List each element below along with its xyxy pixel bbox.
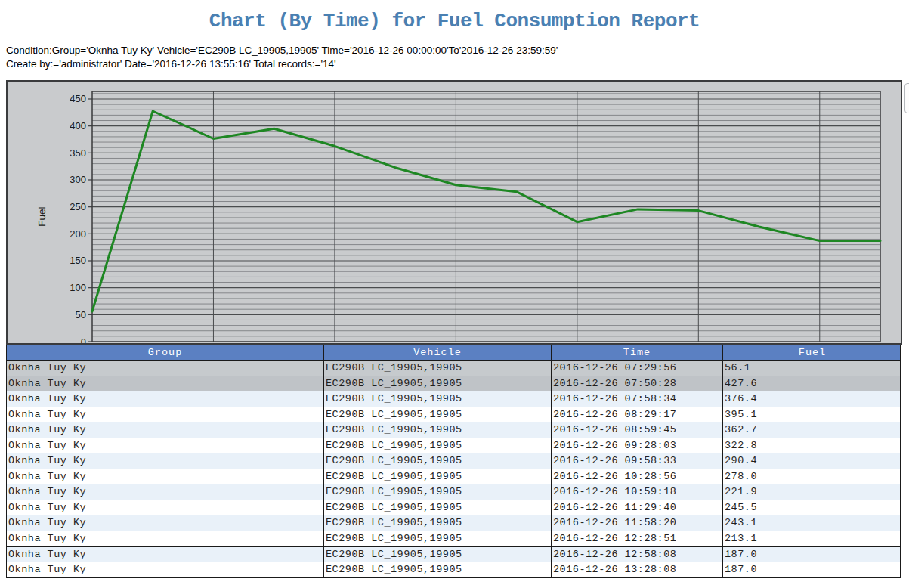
create-by-line: Create by:='administrator' Date='2016-12… — [6, 57, 905, 71]
cell-group: Oknha Tuy Ky — [7, 500, 324, 515]
cell-group: Oknha Tuy Ky — [7, 391, 324, 407]
cell-time: 2016-12-26 12:28:51 — [552, 531, 723, 546]
cell-group: Oknha Tuy Ky — [7, 453, 324, 469]
table-row[interactable]: Oknha Tuy KyEC290B LC_19905,199052016-12… — [7, 562, 900, 578]
y-tick-label: 150 — [70, 255, 86, 266]
table-row[interactable]: Oknha Tuy KyEC290B LC_19905,199052016-12… — [7, 391, 900, 407]
scrollbar-thumb[interactable] — [904, 83, 909, 113]
cell-time: 2016-12-26 10:59:18 — [552, 484, 723, 500]
cell-fuel: 187.0 — [723, 547, 900, 562]
cell-vehicle: EC290B LC_19905,19905 — [324, 500, 552, 515]
y-tick-label: 100 — [70, 282, 86, 293]
cell-vehicle: EC290B LC_19905,19905 — [324, 422, 552, 438]
y-tick-label: 350 — [70, 147, 86, 159]
page-title: Chart (By Time) for Fuel Consumption Rep… — [0, 10, 909, 32]
cell-vehicle: EC290B LC_19905,19905 — [324, 531, 552, 546]
table-row[interactable]: Oknha Tuy KyEC290B LC_19905,199052016-12… — [7, 469, 900, 485]
table-header-row: Group Vehicle Time Fuel — [7, 345, 900, 361]
cell-time: 2016-12-26 11:58:20 — [552, 515, 723, 531]
cell-fuel: 427.6 — [723, 376, 900, 391]
cell-fuel: 290.4 — [723, 453, 900, 469]
table-row[interactable]: Oknha Tuy KyEC290B LC_19905,199052016-12… — [7, 500, 900, 516]
cell-time: 2016-12-26 09:58:33 — [552, 453, 723, 469]
table-row[interactable]: Oknha Tuy KyEC290B LC_19905,199052016-12… — [7, 438, 900, 454]
table-row[interactable]: Oknha Tuy KyEC290B LC_19905,199052016-12… — [7, 484, 900, 500]
cell-vehicle: EC290B LC_19905,19905 — [324, 484, 552, 500]
cell-fuel: 278.0 — [723, 469, 900, 484]
table-row[interactable]: Oknha Tuy KyEC290B LC_19905,199052016-12… — [7, 376, 900, 392]
cell-fuel: 376.4 — [723, 391, 900, 407]
cell-time: 2016-12-26 07:50:28 — [552, 376, 723, 391]
cell-time: 2016-12-26 12:58:08 — [552, 547, 723, 562]
cell-group: Oknha Tuy Ky — [7, 562, 324, 577]
cell-vehicle: EC290B LC_19905,19905 — [324, 453, 552, 469]
condition-line: Condition:Group='Oknha Tuy Ky' Vehicle='… — [6, 44, 905, 57]
cell-group: Oknha Tuy Ky — [7, 547, 324, 562]
cell-group: Oknha Tuy Ky — [7, 361, 324, 376]
cell-vehicle: EC290B LC_19905,19905 — [324, 438, 552, 453]
cell-fuel: 213.1 — [723, 531, 900, 546]
cell-group: Oknha Tuy Ky — [7, 531, 324, 546]
y-axis-title: Fuel — [36, 206, 48, 226]
cell-time: 2016-12-26 07:29:56 — [552, 361, 723, 376]
table-row[interactable]: Oknha Tuy KyEC290B LC_19905,199052016-12… — [7, 422, 900, 438]
cell-fuel: 56.1 — [723, 361, 900, 376]
cell-time: 2016-12-26 11:29:40 — [552, 500, 723, 515]
cell-fuel: 322.8 — [723, 438, 900, 453]
fuel-series-line — [92, 111, 880, 311]
cell-vehicle: EC290B LC_19905,19905 — [324, 469, 552, 484]
y-tick-label: 450 — [70, 93, 86, 104]
table-row[interactable]: Oknha Tuy KyEC290B LC_19905,199052016-12… — [7, 547, 900, 563]
col-header-group[interactable]: Group — [7, 345, 324, 361]
cell-vehicle: EC290B LC_19905,19905 — [324, 376, 552, 391]
table-body: Oknha Tuy KyEC290B LC_19905,199052016-12… — [7, 361, 900, 578]
cell-group: Oknha Tuy Ky — [7, 438, 324, 453]
cell-group: Oknha Tuy Ky — [7, 376, 324, 391]
y-tick-label: 300 — [70, 174, 86, 185]
cell-time: 2016-12-26 08:29:17 — [552, 407, 723, 422]
cell-time: 2016-12-26 07:58:34 — [552, 391, 723, 407]
cell-time: 2016-12-26 13:28:08 — [552, 562, 723, 577]
cell-vehicle: EC290B LC_19905,19905 — [324, 391, 552, 407]
table-row[interactable]: Oknha Tuy KyEC290B LC_19905,199052016-12… — [7, 407, 900, 423]
cell-vehicle: EC290B LC_19905,19905 — [324, 515, 552, 531]
cell-fuel: 243.1 — [723, 515, 900, 531]
y-tick-label: 400 — [70, 120, 86, 132]
y-tick-label: 250 — [70, 201, 86, 212]
records-table: Group Vehicle Time Fuel Oknha Tuy KyEC29… — [6, 345, 901, 578]
table-row[interactable]: Oknha Tuy KyEC290B LC_19905,199052016-12… — [7, 453, 900, 469]
y-tick-label: 200 — [70, 228, 86, 240]
cell-group: Oknha Tuy Ky — [7, 469, 324, 484]
table-row[interactable]: Oknha Tuy KyEC290B LC_19905,199052016-12… — [7, 531, 900, 547]
cell-fuel: 395.1 — [723, 407, 900, 422]
col-header-vehicle[interactable]: Vehicle — [324, 345, 552, 361]
table-row[interactable]: Oknha Tuy KyEC290B LC_19905,199052016-12… — [7, 515, 900, 531]
cell-fuel: 362.7 — [723, 422, 900, 438]
cell-group: Oknha Tuy Ky — [7, 407, 324, 422]
cell-time: 2016-12-26 09:28:03 — [552, 438, 723, 453]
y-tick-label: 0 — [81, 336, 86, 344]
cell-vehicle: EC290B LC_19905,19905 — [324, 547, 552, 562]
cell-time: 2016-12-26 10:28:56 — [552, 469, 723, 484]
cell-group: Oknha Tuy Ky — [7, 484, 324, 500]
cell-group: Oknha Tuy Ky — [7, 422, 324, 438]
cell-vehicle: EC290B LC_19905,19905 — [324, 407, 552, 422]
table-row[interactable]: Oknha Tuy KyEC290B LC_19905,199052016-12… — [7, 361, 900, 376]
y-tick-label: 50 — [76, 309, 86, 320]
cell-time: 2016-12-26 08:59:45 — [552, 422, 723, 438]
cell-fuel: 221.9 — [723, 484, 900, 500]
fuel-chart-svg: 050100150200250300350400450Fuel — [8, 82, 901, 343]
cell-fuel: 187.0 — [723, 562, 900, 577]
cell-vehicle: EC290B LC_19905,19905 — [324, 562, 552, 577]
cell-vehicle: EC290B LC_19905,19905 — [324, 361, 552, 376]
cell-group: Oknha Tuy Ky — [7, 515, 324, 531]
col-header-fuel[interactable]: Fuel — [723, 345, 901, 361]
col-header-time[interactable]: Time — [552, 345, 723, 361]
fuel-chart: 050100150200250300350400450Fuel — [6, 80, 902, 345]
cell-fuel: 245.5 — [723, 500, 900, 515]
